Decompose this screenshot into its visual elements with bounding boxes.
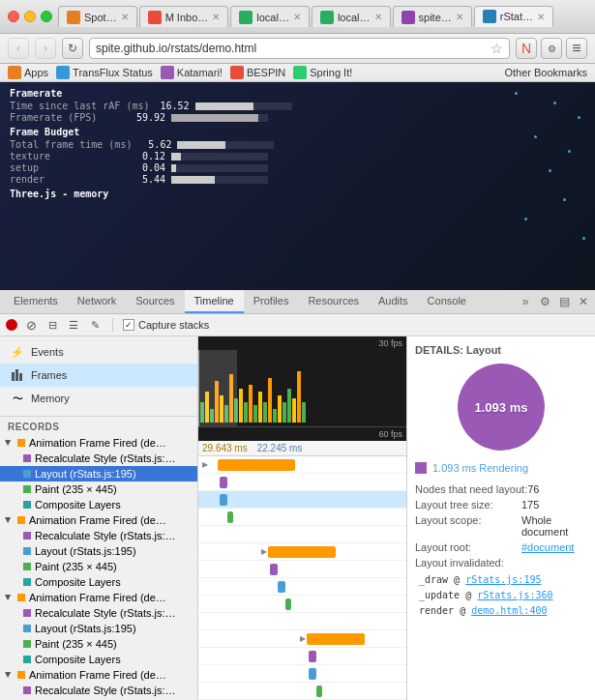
maximize-button[interactable] xyxy=(41,11,52,22)
timeline-row-r1[interactable]: ▶ xyxy=(198,456,406,474)
record-item-r14[interactable]: Paint (235 × 445) xyxy=(0,636,197,652)
timeline-row-r13[interactable] xyxy=(198,665,406,683)
details-link-root[interactable]: #document xyxy=(521,541,574,553)
record-item-r2[interactable]: Recalculate Style (rStats.js:… xyxy=(0,451,197,466)
record-expand-icon-r11[interactable]: ▶ xyxy=(4,593,14,602)
record-color-r3 xyxy=(23,470,31,478)
tab-local2[interactable]: local… ✕ xyxy=(312,6,391,27)
code-link-draw[interactable]: rStats.js:195 xyxy=(465,574,541,585)
tab-close-spot[interactable]: ✕ xyxy=(121,12,129,22)
timeline-records-area[interactable]: ▶ ▶ xyxy=(198,456,406,700)
extensions-icon[interactable]: ⚙ xyxy=(541,38,562,59)
tab-sources[interactable]: Sources xyxy=(126,290,184,313)
tab-close-rstats[interactable]: ✕ xyxy=(537,12,545,22)
timeline-row-r3[interactable] xyxy=(198,491,406,509)
minimize-button[interactable] xyxy=(24,11,36,22)
sidebar-item-frames[interactable]: Frames xyxy=(0,364,197,387)
record-expand-icon-r16[interactable]: ▶ xyxy=(4,670,14,680)
record-expand-icon-r6[interactable]: ▶ xyxy=(4,515,14,525)
timeline-row-r5[interactable] xyxy=(198,526,406,543)
filter-button[interactable]: ⊟ xyxy=(45,317,60,333)
devtools-close-icon[interactable]: ✕ xyxy=(576,294,591,309)
tab-timeline[interactable]: Timeline xyxy=(185,290,244,313)
record-item-r6[interactable]: ▶ Animation Frame Fired (de… xyxy=(0,512,197,528)
tab-audits[interactable]: Audits xyxy=(369,290,418,313)
tab-close-local1[interactable]: ✕ xyxy=(293,12,301,22)
record-text-r1: Animation Frame Fired (de… xyxy=(29,437,193,449)
tab-spite[interactable]: spite… ✕ xyxy=(393,6,472,27)
bookmark-star-icon[interactable]: ☆ xyxy=(491,41,503,56)
record-item-r8[interactable]: Layout (rStats.js:195) xyxy=(0,543,197,559)
code-link-update[interactable]: rStats.js:360 xyxy=(477,590,552,600)
timeline-row-r7[interactable] xyxy=(198,561,406,578)
record-expand-icon-r1[interactable]: ▶ xyxy=(4,438,14,448)
timeline-row-r14[interactable] xyxy=(198,683,406,700)
timeline-row-r6[interactable]: ▶ xyxy=(198,543,406,561)
record-item-r12[interactable]: Recalculate Style (rStats.js:… xyxy=(0,605,197,621)
record-item-r11[interactable]: ▶ Animation Frame Fired (de… xyxy=(0,590,197,605)
tab-rstats[interactable]: rStat… ✕ xyxy=(474,6,553,27)
close-button[interactable] xyxy=(8,11,19,22)
devtools-settings-icon[interactable]: ⚙ xyxy=(537,294,552,309)
clear-button[interactable]: ⊘ xyxy=(23,317,39,333)
devtools-overflow-icon[interactable]: » xyxy=(518,294,533,309)
record-item-r17[interactable]: Recalculate Style (rStats.js:… xyxy=(0,683,197,698)
bookmark-springit[interactable]: Spring It! xyxy=(293,66,352,79)
tab-spot[interactable]: Spot… ✕ xyxy=(58,6,137,27)
menu-icon[interactable]: ≡ xyxy=(566,38,587,59)
tab-local1[interactable]: local… ✕ xyxy=(230,6,310,27)
tab-profiles[interactable]: Profiles xyxy=(244,290,299,313)
back-button[interactable]: ‹ xyxy=(8,38,29,59)
bookmark-icon-springit xyxy=(293,66,307,79)
capture-stacks-checkbox[interactable]: ✓ xyxy=(123,319,134,331)
timeline-row-r10[interactable] xyxy=(198,613,406,630)
code-link-render[interactable]: demo.html:400 xyxy=(471,605,547,616)
reload-button[interactable]: ↻ xyxy=(62,38,83,59)
sidebar-item-memory[interactable]: 〜 Memory xyxy=(0,387,197,410)
record-color-r8 xyxy=(23,547,31,555)
tab-inbox[interactable]: M Inbo… ✕ xyxy=(139,6,229,27)
stats-bar-texture xyxy=(171,153,181,160)
callstack-button[interactable]: ☰ xyxy=(66,317,81,333)
record-item-r10[interactable]: Composite Layers xyxy=(0,574,197,590)
bookmark-katamari[interactable]: Katamari! xyxy=(161,66,223,79)
tab-elements[interactable]: Elements xyxy=(4,290,68,313)
devtools-dock-icon[interactable]: ▤ xyxy=(556,294,572,309)
bookmark-apps[interactable]: Apps xyxy=(8,66,48,79)
record-item-r5[interactable]: Composite Layers xyxy=(0,497,197,512)
record-item-r4[interactable]: Paint (235 × 445) xyxy=(0,481,197,497)
tab-close-inbox[interactable]: ✕ xyxy=(212,12,220,22)
timeline-row-r9[interactable] xyxy=(198,596,406,613)
forward-button[interactable]: › xyxy=(35,38,56,59)
tab-console[interactable]: Console xyxy=(418,290,476,313)
stats-bar-container-render xyxy=(171,176,268,184)
view-button[interactable]: ✎ xyxy=(87,317,103,333)
events-icon: ⚡ xyxy=(10,344,25,360)
timeline-selection[interactable] xyxy=(198,350,237,426)
bookmark-transflux[interactable]: TransFlux Status xyxy=(56,66,153,79)
address-bar[interactable]: spite.github.io/rstats/demo.html ☆ xyxy=(89,38,510,59)
timeline-row-r12[interactable] xyxy=(198,648,406,665)
record-button[interactable] xyxy=(6,319,17,331)
capture-stacks-toggle[interactable]: ✓ Capture stacks xyxy=(123,319,209,331)
timeline-row-r4[interactable] xyxy=(198,509,406,526)
timeline-graph[interactable] xyxy=(198,350,406,427)
record-item-r3[interactable]: Layout (rStats.js:195) xyxy=(0,466,197,481)
tab-network[interactable]: Network xyxy=(68,290,126,313)
timeline-row-r8[interactable] xyxy=(198,578,406,596)
new-tab-icon[interactable]: N xyxy=(516,38,537,59)
timeline-row-r2[interactable] xyxy=(198,474,406,491)
record-item-r1[interactable]: ▶ Animation Frame Fired (de… xyxy=(0,435,197,451)
bookmark-other[interactable]: Other Bookmarks xyxy=(504,67,587,78)
tab-resources[interactable]: Resources xyxy=(298,290,369,313)
bookmark-bespin[interactable]: BESPIN xyxy=(230,66,285,79)
tab-close-spite[interactable]: ✕ xyxy=(456,12,463,22)
record-item-r13[interactable]: Layout (rStats.js:195) xyxy=(0,621,197,636)
record-item-r7[interactable]: Recalculate Style (rStats.js:… xyxy=(0,528,197,543)
record-item-r16[interactable]: ▶ Animation Frame Fired (de… xyxy=(0,667,197,683)
record-item-r15[interactable]: Composite Layers xyxy=(0,652,197,667)
tab-close-local2[interactable]: ✕ xyxy=(374,12,382,22)
timeline-row-r11[interactable]: ▶ xyxy=(198,630,406,648)
record-item-r9[interactable]: Paint (235 × 445) xyxy=(0,559,197,574)
sidebar-item-events[interactable]: ⚡ Events xyxy=(0,340,197,364)
